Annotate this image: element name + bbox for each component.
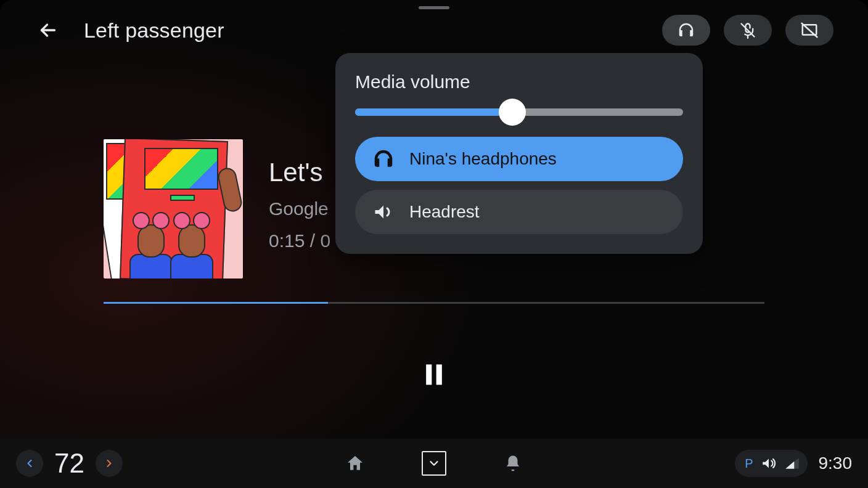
track-time: 0:15 / 0	[269, 230, 330, 251]
arrow-left-icon	[37, 19, 59, 41]
svg-rect-5	[436, 365, 442, 385]
playback-progress[interactable]	[104, 302, 764, 304]
temp-up-button[interactable]	[96, 450, 123, 477]
volume-icon	[761, 455, 777, 471]
pause-icon	[420, 359, 448, 391]
nav-home-button[interactable]	[342, 450, 369, 477]
audio-output-option-headphones[interactable]: Nina's headphones	[355, 137, 683, 181]
page-title: Left passenger	[84, 18, 224, 43]
volume-popup-title: Media volume	[355, 71, 683, 92]
nav-apps-button[interactable]	[422, 451, 446, 476]
gear-indicator[interactable]: P	[735, 450, 807, 477]
track-title: Let's	[269, 158, 330, 187]
album-art	[104, 139, 243, 279]
chevron-left-icon	[23, 457, 36, 470]
clock: 9:30	[819, 453, 853, 473]
audio-output-button[interactable]	[662, 15, 710, 46]
headphones-icon	[372, 148, 395, 170]
track-artist: Google	[269, 198, 330, 219]
svg-rect-4	[426, 365, 432, 385]
nav-notifications-button[interactable]	[499, 450, 526, 477]
volume-slider-fill	[355, 108, 512, 116]
chevron-down-icon	[427, 457, 441, 470]
temp-down-button[interactable]	[16, 450, 43, 477]
volume-slider-thumb[interactable]	[499, 99, 526, 126]
signal-icon	[784, 455, 800, 471]
playback-progress-fill	[104, 302, 328, 304]
bell-icon	[504, 454, 522, 473]
mic-off-icon	[739, 22, 756, 39]
chevron-right-icon	[103, 457, 115, 470]
audio-output-option-label: Headrest	[409, 202, 480, 222]
pause-button[interactable]	[416, 356, 452, 393]
gear-letter: P	[745, 457, 753, 471]
back-button[interactable]	[35, 17, 62, 44]
drag-handle[interactable]	[419, 6, 449, 9]
audio-output-option-label: Nina's headphones	[409, 149, 557, 169]
bottom-nav: 72 P 9:30	[0, 439, 868, 488]
mic-muted-button[interactable]	[724, 15, 772, 46]
speaker-icon	[372, 201, 395, 223]
home-icon	[345, 453, 365, 473]
screen-off-icon	[800, 21, 819, 39]
temperature-value: 72	[54, 448, 84, 479]
volume-popup: Media volume Nina's headphones Headrest	[335, 53, 703, 254]
volume-slider[interactable]	[355, 106, 683, 118]
screen-off-button[interactable]	[785, 15, 833, 46]
headphones-icon	[677, 21, 695, 39]
audio-output-option-headrest[interactable]: Headrest	[355, 190, 683, 234]
